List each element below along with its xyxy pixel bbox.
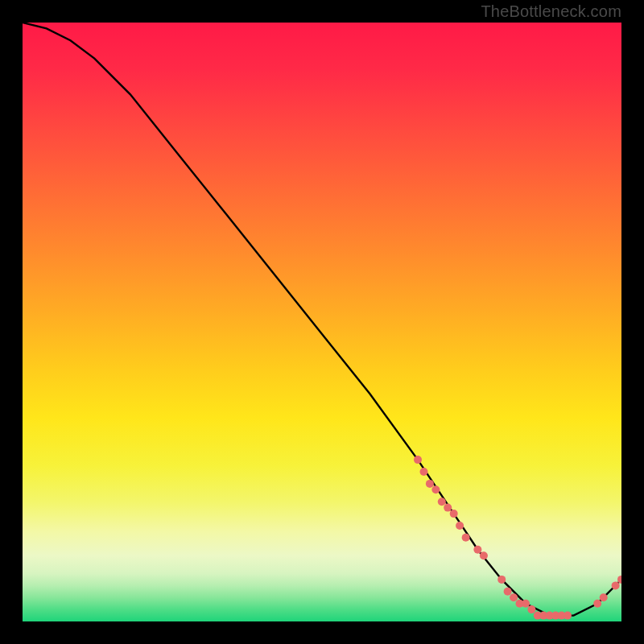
marker-cluster-left <box>414 456 422 464</box>
marker-cluster-left <box>420 468 428 476</box>
marker-flat-bottom <box>564 612 572 620</box>
marker-flat-bottom <box>522 600 530 608</box>
marker-flat-bottom <box>510 593 518 601</box>
marker-cluster-left <box>450 510 458 518</box>
marker-cluster-right <box>593 600 601 608</box>
marker-cluster-left <box>456 522 464 530</box>
marker-cluster-left <box>438 497 446 506</box>
marker-cluster-left <box>431 485 440 493</box>
marker-cluster-left <box>426 480 434 488</box>
watermark-text: TheBottleneck.com <box>481 2 621 21</box>
plot-area <box>23 23 621 621</box>
bottleneck-curve <box>23 23 621 616</box>
marker-cluster-left <box>473 546 481 554</box>
marker-cluster-left <box>444 504 452 512</box>
marker-cluster-right <box>612 581 620 589</box>
marker-flat-bottom <box>527 605 535 613</box>
marker-flat-bottom <box>504 588 512 596</box>
chart-stage: TheBottleneck.com <box>0 0 644 644</box>
marker-cluster-left <box>480 551 488 559</box>
curve-layer <box>23 23 621 621</box>
marker-flat-bottom <box>497 576 506 584</box>
marker-cluster-right <box>600 593 608 601</box>
marker-cluster-left <box>462 534 470 542</box>
